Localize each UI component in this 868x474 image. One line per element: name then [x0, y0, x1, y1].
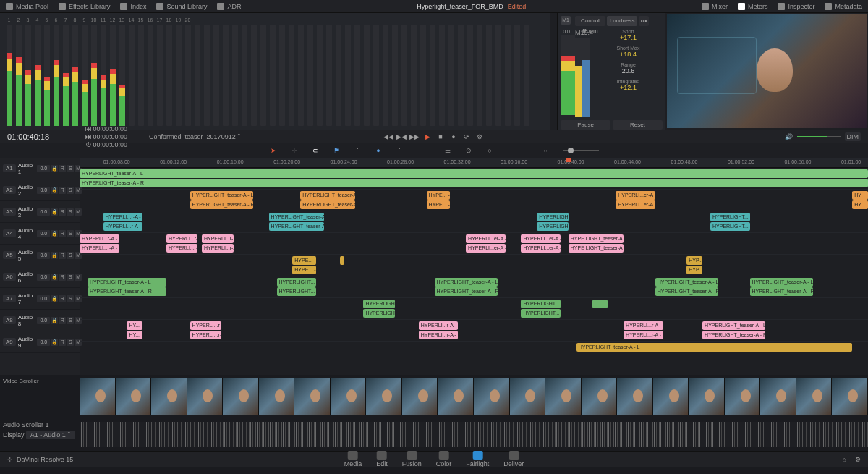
audio-clip[interactable]: HYPERLI...r-A - L — [419, 321, 459, 330]
rewind-btn[interactable]: ◀◀ — [385, 133, 392, 140]
home-icon[interactable]: ⌂ — [843, 456, 846, 463]
solo-btn[interactable]: S — [67, 295, 74, 302]
audio-clip[interactable]: HYPERLIGHT... — [277, 278, 317, 287]
page-edit[interactable]: Edit — [376, 451, 388, 467]
audio-clip[interactable] — [340, 256, 344, 265]
zoom-ring[interactable]: ○ — [486, 147, 494, 155]
rec-btn[interactable]: R — [59, 208, 66, 216]
audio-clip[interactable]: HYPERLIGHT_teaser-A - L — [655, 278, 718, 287]
track-header[interactable]: A3Audio 3 0.0 🔒 R S M — [0, 201, 80, 223]
bus-meter[interactable]: 12 — [109, 17, 116, 126]
db-field[interactable]: 0.0 — [37, 274, 50, 281]
bus-meter[interactable] — [363, 17, 370, 126]
metadata-btn[interactable]: Metadata — [825, 3, 862, 10]
db-field[interactable]: 0.0 — [37, 317, 50, 324]
video-filmstrip[interactable] — [80, 378, 868, 415]
audio-clip[interactable]: HYPE LIGHT_teaser-A - L — [569, 234, 624, 243]
bus-meter[interactable] — [438, 17, 445, 126]
track-row[interactable]: HYPERLI...r-A - LHYPERLI...r-A - RHYPERL… — [80, 233, 868, 255]
db-field[interactable]: 0.0 — [37, 208, 50, 216]
audio-clip[interactable]: HYPERLI...r-A - R — [624, 331, 663, 339]
bus-meter[interactable] — [467, 17, 473, 126]
bus-meter[interactable]: 8 — [72, 17, 78, 126]
snap-btn[interactable]: ⊂ — [312, 147, 320, 155]
bus-meter[interactable] — [213, 17, 219, 126]
track-header[interactable]: A2Audio 2 0.0 🔒 R S M — [0, 179, 80, 201]
track-row[interactable]: HY...HY...HYPERLI...r-A - LHYPERLI...r-A… — [80, 320, 868, 342]
audio-clip[interactable]: HYPERLI...er-A - R — [521, 244, 561, 253]
audio-clip[interactable]: HY — [852, 191, 868, 200]
db-field[interactable]: 0.0 — [37, 165, 50, 172]
meters-btn[interactable]: Meters — [738, 3, 768, 10]
bus-meter[interactable] — [260, 17, 266, 126]
video-thumb[interactable] — [545, 378, 582, 415]
audio-clip[interactable]: HYPERLI...r-A - L — [624, 321, 663, 330]
range-tool[interactable]: ⊹ — [291, 147, 299, 155]
bus-meter[interactable] — [429, 17, 435, 126]
bus-meter[interactable]: 2 — [15, 17, 22, 126]
video-thumb[interactable] — [653, 378, 689, 415]
record-btn[interactable]: ● — [450, 133, 457, 140]
page-media[interactable]: Media — [344, 451, 362, 467]
lock-icon[interactable]: 🔒 — [51, 187, 58, 194]
video-thumb[interactable] — [760, 378, 796, 415]
audio-clip[interactable]: HYPERLIGHT_teaser-A - R — [88, 287, 166, 296]
audio-clip[interactable]: HYPERLIGHT_teaser-A - R — [435, 287, 498, 296]
bus-meter[interactable]: 15 — [137, 17, 144, 126]
bus-meter[interactable]: 6 — [53, 17, 59, 126]
bus-meter[interactable] — [523, 17, 529, 126]
effects-lib-btn[interactable]: Effects Library — [59, 3, 110, 10]
video-thumb[interactable] — [80, 378, 116, 415]
audio-clip[interactable]: HYPE LIGHT_teaser-A - R — [569, 244, 624, 253]
video-thumb[interactable] — [223, 378, 259, 415]
expand-icon[interactable]: ↔ — [542, 147, 550, 155]
audio-clip[interactable]: HYPERLIGHT... — [537, 222, 569, 231]
track-row[interactable]: HYPERLIGHT_teaser-A - L — [80, 342, 868, 363]
rec-btn[interactable]: R — [59, 230, 66, 237]
audio-clip[interactable]: HYPERLIGHT... — [277, 287, 317, 296]
track-header[interactable]: A5Audio 5 0.0 🔒 R S M — [0, 245, 80, 266]
bus-meter[interactable]: 18 — [166, 17, 172, 126]
audio-track-select[interactable]: A1 - Audio 1 ˅ — [26, 431, 76, 439]
bus-meter[interactable]: 13 — [119, 17, 125, 126]
bus-meter[interactable] — [373, 17, 379, 126]
db-field[interactable]: 0.0 — [37, 295, 50, 302]
audio-clip[interactable]: HYPERLIGHT_teaser-A - L — [300, 191, 355, 200]
bus-meter[interactable] — [278, 17, 285, 126]
db-field[interactable]: 0.0 — [37, 339, 50, 346]
track-header[interactable]: A6Audio 6 0.0 🔒 R S M — [0, 266, 80, 288]
audio-clip[interactable]: HYPERLI...r-A - L — [103, 213, 143, 221]
inspector-btn[interactable]: Inspector — [778, 3, 814, 10]
video-thumb[interactable] — [582, 378, 618, 415]
bus-meter[interactable] — [307, 17, 313, 126]
audio-clip[interactable]: HYPERLIGHT... — [363, 309, 395, 318]
settings-icon[interactable]: ⚙ — [476, 133, 483, 140]
audio-clip[interactable]: HYPERLI...r-A - L — [190, 321, 222, 330]
bus-meter[interactable] — [495, 17, 501, 126]
video-thumb[interactable] — [187, 378, 224, 415]
audio-clip[interactable]: HYPERLIGHT_teaser-A - L — [88, 278, 166, 287]
bus-meter[interactable] — [354, 17, 360, 126]
audio-clip[interactable]: HYPERLIGHT_teaser-A - R — [190, 200, 253, 209]
video-thumb[interactable] — [510, 378, 546, 415]
track-row[interactable]: HYPERLIGHT_teaser-A - LHYPERLIGHT_teaser… — [80, 168, 868, 190]
bus-meter[interactable]: 17 — [156, 17, 163, 126]
audio-clip[interactable]: HYPERLI...r-A - R — [419, 331, 459, 339]
video-thumb[interactable] — [689, 378, 725, 415]
lock-icon[interactable]: 🔒 — [51, 274, 58, 281]
view-btn[interactable]: ☰ — [444, 147, 452, 155]
audio-clip[interactable]: HYPERLIGHT_teaser-A - L — [750, 278, 813, 287]
bus-meter[interactable]: 7 — [62, 17, 69, 126]
audio-clip[interactable]: HYPERLI...r-A - L — [166, 234, 198, 243]
audio-clip[interactable]: HYPE... - L — [292, 256, 316, 265]
bus-meter[interactable] — [288, 17, 294, 126]
dim-btn[interactable]: DIM — [845, 132, 861, 141]
bus-meter[interactable] — [231, 17, 238, 126]
solo-btn[interactable]: S — [67, 274, 74, 281]
bus-meter[interactable] — [194, 17, 200, 126]
loop-btn[interactable]: ⟳ — [463, 133, 470, 140]
pause-btn[interactable]: Pause — [561, 120, 610, 130]
control-room-tab[interactable]: Control Room — [575, 16, 605, 26]
lock-icon[interactable]: 🔒 — [51, 230, 58, 237]
bus-meter[interactable] — [344, 17, 351, 126]
